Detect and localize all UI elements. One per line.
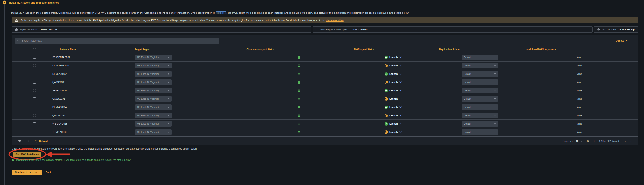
table-row: DEV04C0304 US East (N. Virginia) Launch	[12, 103, 638, 111]
row-checkbox[interactable]	[33, 97, 36, 100]
refresh-button[interactable]: Refresh	[35, 140, 48, 142]
replication-subnet-select[interactable]: Default	[462, 79, 498, 85]
mgn-launch-menu[interactable]: Launch	[384, 72, 402, 76]
chevron-down-icon	[168, 132, 170, 133]
target-region-select[interactable]: US East (N. Virginia)	[135, 55, 172, 60]
target-region-select[interactable]: US East (N. Virginia)	[135, 71, 172, 77]
replication-subnet-select[interactable]: Default	[462, 63, 498, 69]
column-header-target-region: Target Region	[102, 48, 183, 51]
prev-page-button[interactable]: <	[593, 140, 594, 142]
table-toolbar: Update	[12, 36, 638, 46]
mgn-launch-menu[interactable]: Launch	[384, 64, 402, 67]
update-button[interactable]: Update	[616, 39, 628, 42]
mgn-status-icon	[384, 106, 388, 109]
continue-to-next-step-button[interactable]: Continue to next step	[12, 169, 42, 175]
last-page-button[interactable]: >|	[630, 140, 632, 142]
chevron-down-icon	[399, 73, 402, 75]
success-check-icon	[12, 159, 14, 161]
replication-subnet-select[interactable]: Default	[462, 55, 498, 60]
mgn-status-icon	[384, 56, 388, 59]
search-input[interactable]	[22, 39, 217, 42]
step-header: Install MGN agent and replicate machines	[3, 1, 59, 5]
target-region-value: US East (N. Virginia)	[137, 98, 159, 100]
selected-word: complete	[216, 12, 226, 14]
agent-installation-progress: Agent Installation: 100% - 252/252	[12, 27, 311, 33]
replication-subnet-select[interactable]: Default	[462, 113, 498, 118]
start-mgn-installation-button[interactable]: Start MGN installation	[13, 152, 42, 157]
first-page-button[interactable]: |<	[587, 140, 589, 142]
launch-label: Launch	[390, 81, 398, 84]
target-region-select[interactable]: US East (N. Virginia)	[135, 104, 172, 110]
installation-status-text: MGN agent installation has already start…	[16, 158, 131, 161]
page-size-select[interactable]: Page Size: 10	[563, 140, 582, 142]
cloudamize-healthy-icon	[297, 97, 301, 101]
replication-subnet-select[interactable]: Default	[462, 96, 498, 102]
row-checkbox[interactable]	[33, 73, 36, 75]
target-region-select[interactable]: US East (N. Virginia)	[135, 88, 172, 93]
page-size-label: Page Size:	[563, 140, 574, 142]
table-row: TRN01A0103 US East (N. Virginia) Launch	[12, 128, 638, 136]
mgn-launch-menu[interactable]: Launch	[384, 122, 402, 125]
records-range-label: 1-10 of 252 Records	[599, 140, 620, 142]
target-region-select[interactable]: US East (N. Virginia)	[135, 121, 172, 127]
mgn-launch-menu[interactable]: Launch	[384, 106, 402, 109]
replication-subnet-select[interactable]: Default	[462, 129, 498, 135]
replication-subnet-select[interactable]: Default	[462, 88, 498, 93]
row-checkbox[interactable]	[33, 106, 36, 108]
launch-label: Launch	[390, 98, 398, 100]
warning-banner: Before starting the MGN agent installati…	[12, 17, 638, 23]
documentation-link[interactable]: documentation	[326, 19, 344, 22]
group-list-icon[interactable]	[26, 140, 29, 142]
row-checkbox[interactable]	[33, 81, 36, 84]
search-box[interactable]	[15, 38, 219, 44]
row-checkbox[interactable]	[33, 64, 36, 67]
replication-subnet-select[interactable]: Default	[462, 71, 498, 77]
mgn-launch-menu[interactable]: Launch	[384, 89, 402, 92]
columns-view-icon[interactable]	[18, 140, 21, 142]
mgn-arguments-value: None	[516, 131, 642, 133]
start-instruction-text: Click the button below to initiate the M…	[12, 147, 198, 150]
mgn-arguments-value: None	[516, 89, 642, 92]
instances-table-panel: Update Instance Name Target Region Cloud…	[12, 35, 638, 145]
launch-label: Launch	[390, 114, 398, 117]
instance-name: DEV02C0302	[52, 73, 120, 75]
mgn-launch-menu[interactable]: Launch	[384, 114, 402, 117]
row-checkbox[interactable]	[33, 56, 36, 59]
chevron-down-icon	[168, 123, 170, 124]
chevron-down-icon	[494, 73, 496, 75]
target-region-select[interactable]: US East (N. Virginia)	[135, 63, 172, 69]
replication-subnet-value: Default	[464, 89, 471, 92]
back-button[interactable]: Back	[42, 169, 54, 175]
cloudamize-healthy-icon	[297, 130, 301, 134]
target-region-select[interactable]: US East (N. Virginia)	[135, 113, 172, 118]
replication-subnet-value: Default	[464, 64, 471, 67]
mgn-status-icon	[384, 114, 388, 117]
mgn-launch-menu[interactable]: Launch	[384, 56, 402, 59]
table-row: SFPRODDB01 US East (N. Virginia) Launch	[12, 86, 638, 95]
mgn-arguments-value: None	[516, 98, 642, 100]
instance-name: QA01C0305	[52, 81, 120, 84]
chevron-down-icon	[494, 132, 496, 133]
next-page-button[interactable]: >	[625, 140, 626, 142]
row-checkbox[interactable]	[33, 89, 36, 92]
agent-installation-label: Agent Installation:	[20, 28, 39, 31]
row-checkbox[interactable]	[33, 114, 36, 117]
replication-subnet-select[interactable]: Default	[462, 121, 498, 127]
target-region-select[interactable]: US East (N. Virginia)	[135, 79, 172, 85]
cloudamize-healthy-icon	[297, 56, 301, 59]
chevron-down-icon	[626, 40, 628, 41]
mgn-launch-menu[interactable]: Launch	[384, 130, 402, 134]
chevron-down-icon	[168, 73, 170, 75]
table-footer: Refresh Page Size: 10 |< < 1-10 of 252 R…	[12, 136, 638, 145]
target-region-value: US East (N. Virginia)	[137, 123, 159, 125]
target-region-select[interactable]: US East (N. Virginia)	[135, 96, 172, 102]
mgn-launch-menu[interactable]: Launch	[384, 81, 402, 84]
chevron-down-icon	[399, 106, 402, 108]
row-checkbox[interactable]	[33, 131, 36, 133]
row-checkbox[interactable]	[33, 122, 36, 125]
cloudamize-healthy-icon	[297, 122, 301, 126]
replication-subnet-select[interactable]: Default	[462, 104, 498, 110]
chevron-down-icon	[494, 82, 496, 83]
target-region-select[interactable]: US East (N. Virginia)	[135, 129, 172, 135]
mgn-launch-menu[interactable]: Launch	[384, 97, 402, 101]
